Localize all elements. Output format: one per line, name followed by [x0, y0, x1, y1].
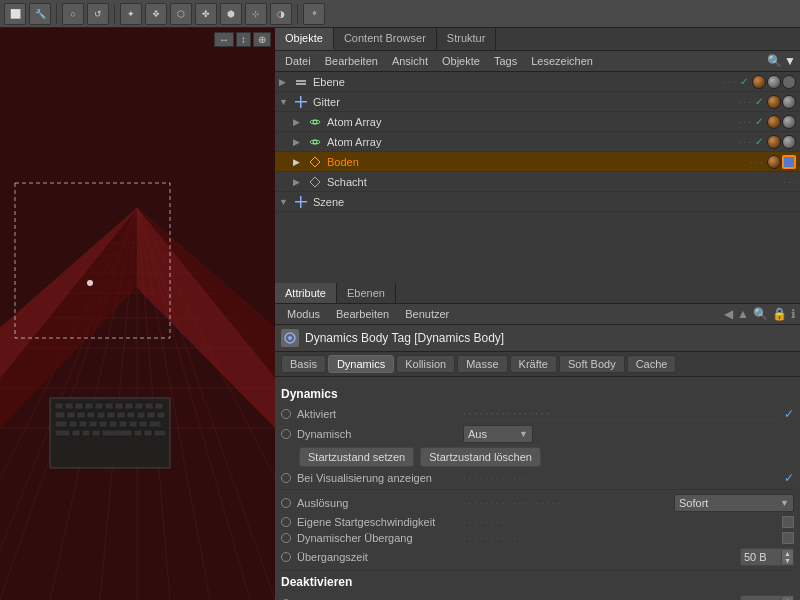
expand-icon[interactable]: ▼ [279, 197, 289, 207]
radio-dynamisch[interactable] [281, 429, 291, 439]
radio-eigene[interactable] [281, 517, 291, 527]
tab-content-browser[interactable]: Content Browser [334, 28, 437, 50]
attr-menu-benutzer[interactable]: Benutzer [397, 306, 457, 322]
toolbar-icon-11[interactable]: ◑ [270, 3, 292, 25]
svg-rect-67 [102, 430, 132, 436]
spinbox-linear[interactable]: ▲ ▼ [740, 595, 794, 600]
material-swatch[interactable] [752, 75, 766, 89]
prop-aktiviert: Aktiviert · · · · · · · · · · · · · · · … [281, 407, 794, 421]
material-swatch[interactable] [767, 155, 781, 169]
lock-icon[interactable]: 🔒 [772, 307, 787, 321]
expand-icon[interactable]: ▶ [293, 117, 303, 127]
table-row[interactable]: ▼ Gitter · · · ✓ [275, 92, 800, 112]
expand-icon[interactable]: ▶ [279, 77, 289, 87]
tab-objekte[interactable]: Objekte [275, 28, 334, 50]
svg-rect-51 [147, 412, 155, 418]
visibility-check[interactable]: ✓ [740, 76, 748, 87]
obj-label: Ebene [313, 76, 719, 88]
material-swatch[interactable] [767, 135, 781, 149]
material-swatch[interactable] [767, 115, 781, 129]
dynamics-tag-icon[interactable] [782, 155, 796, 169]
radio-ausloesung[interactable] [281, 498, 291, 508]
menu-objekte[interactable]: Objekte [436, 53, 486, 69]
attr-menu-modus[interactable]: Modus [279, 306, 328, 322]
table-row[interactable]: ▶ Schacht · · · [275, 172, 800, 192]
svg-rect-49 [127, 412, 135, 418]
checkbox-eigene[interactable] [782, 516, 794, 528]
toolbar-icon-5[interactable]: ✦ [120, 3, 142, 25]
toolbar-icon-12[interactable]: ⌖ [303, 3, 325, 25]
table-row[interactable]: ▶ Atom Array · · · ✓ [275, 132, 800, 152]
toolbar-icon-4[interactable]: ↺ [87, 3, 109, 25]
subtab-cache[interactable]: Cache [627, 355, 677, 373]
vp-btn-2[interactable]: ↕ [236, 32, 251, 47]
material-swatch[interactable] [782, 115, 796, 129]
spinbox-uebergangszeit[interactable]: ▲ ▼ [740, 548, 794, 566]
tab-attribute[interactable]: Attribute [275, 283, 337, 303]
toolbar-icon-2[interactable]: 🔧 [29, 3, 51, 25]
table-row[interactable]: ▼ Szene [275, 192, 800, 212]
toolbar-icon-6[interactable]: ❖ [145, 3, 167, 25]
search-icon[interactable]: 🔍 [753, 307, 768, 321]
toolbar-icon-8[interactable]: ✤ [195, 3, 217, 25]
radio-aktiviert[interactable] [281, 409, 291, 419]
toolbar-icon-7[interactable]: ⬡ [170, 3, 192, 25]
visibility-check[interactable]: ✓ [755, 136, 763, 147]
vp-btn-3[interactable]: ⊕ [253, 32, 271, 47]
visibility-check[interactable]: ✓ [755, 96, 763, 107]
material-swatch[interactable] [767, 95, 781, 109]
material-swatch[interactable] [782, 75, 796, 89]
radio-uebergangszeit[interactable] [281, 552, 291, 562]
subtab-kollision[interactable]: Kollision [396, 355, 455, 373]
radio-uebergang[interactable] [281, 533, 291, 543]
spinbox-up-arrow[interactable]: ▲ [781, 550, 793, 557]
table-row[interactable]: ▶ Boden · · · [275, 152, 800, 172]
search-icon[interactable]: 🔍 [767, 54, 782, 68]
menu-lesezeichen[interactable]: Lesezeichen [525, 53, 599, 69]
spinbox-down-arrow[interactable]: ▼ [781, 557, 793, 564]
radio-visualisierung[interactable] [281, 473, 291, 483]
info-icon[interactable]: ℹ [791, 307, 796, 321]
arrow-left-icon[interactable]: ◀ [724, 307, 733, 321]
dropdown-dynamisch[interactable]: Aus ▼ [463, 425, 533, 443]
material-swatch[interactable] [767, 75, 781, 89]
attr-menu-bearbeiten[interactable]: Bearbeiten [328, 306, 397, 322]
subtab-softbody[interactable]: Soft Body [559, 355, 625, 373]
btn-startzustand-loeschen[interactable]: Startzustand löschen [420, 447, 541, 467]
toolbar-icon-3[interactable]: ○ [62, 3, 84, 25]
subtab-masse[interactable]: Masse [457, 355, 507, 373]
subtab-basis[interactable]: Basis [281, 355, 326, 373]
dropdown-ausloesung[interactable]: Sofort ▼ [674, 494, 794, 512]
attribute-tab-bar: Attribute Ebenen [275, 283, 800, 304]
prop-dynamisch: Dynamisch Aus ▼ [281, 425, 794, 443]
viewport[interactable]: ↔ ↕ ⊕ [0, 28, 275, 600]
expand-icon[interactable]: ▶ [293, 157, 303, 167]
tab-struktur[interactable]: Struktur [437, 28, 497, 50]
subtab-dynamics[interactable]: Dynamics [328, 355, 394, 373]
menu-datei[interactable]: Datei [279, 53, 317, 69]
menu-ansicht[interactable]: Ansicht [386, 53, 434, 69]
toolbar-icon-1[interactable]: ⬜ [4, 3, 26, 25]
expand-icon[interactable]: ▶ [293, 177, 303, 187]
visibility-check[interactable]: ✓ [755, 116, 763, 127]
tab-ebenen[interactable]: Ebenen [337, 283, 396, 303]
svg-rect-37 [115, 403, 123, 409]
vp-btn-1[interactable]: ↔ [214, 32, 234, 47]
arrow-up-icon[interactable]: ▲ [737, 307, 749, 321]
subtab-kraefte[interactable]: Kräfte [510, 355, 557, 373]
filter-icon[interactable]: ▼ [784, 54, 796, 68]
expand-icon[interactable]: ▼ [279, 97, 289, 107]
table-row[interactable]: ▶ Ebene · · · ✓ [275, 72, 800, 92]
material-swatch[interactable] [782, 95, 796, 109]
viewport-controls[interactable]: ↔ ↕ ⊕ [214, 32, 271, 47]
material-swatch[interactable] [782, 135, 796, 149]
toolbar-icon-9[interactable]: ⬢ [220, 3, 242, 25]
spinbox-input[interactable] [741, 551, 781, 563]
table-row[interactable]: ▶ Atom Array · · · ✓ [275, 112, 800, 132]
btn-startzustand-setzen[interactable]: Startzustand setzen [299, 447, 414, 467]
menu-tags[interactable]: Tags [488, 53, 523, 69]
menu-bearbeiten[interactable]: Bearbeiten [319, 53, 384, 69]
toolbar-icon-10[interactable]: ⊹ [245, 3, 267, 25]
checkbox-uebergang[interactable] [782, 532, 794, 544]
expand-icon[interactable]: ▶ [293, 137, 303, 147]
